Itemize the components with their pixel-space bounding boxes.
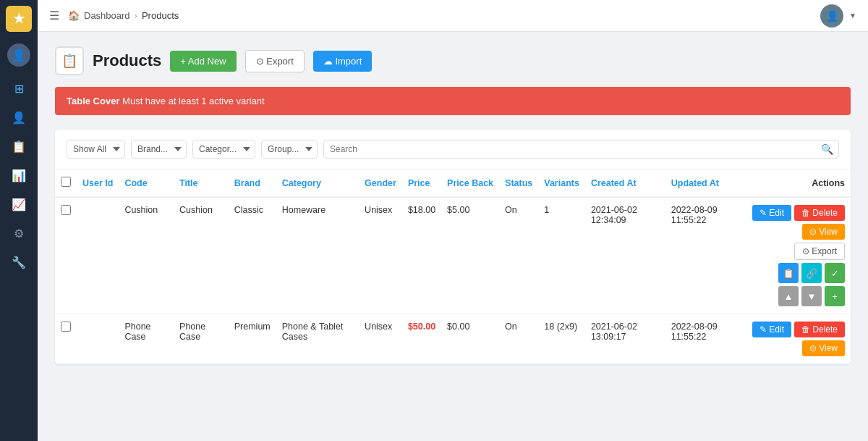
search-icon[interactable]: 🔍 [821,143,833,155]
cell-price: $50.00 [402,314,441,364]
cell-title: Phone Case [174,314,229,364]
table-row: Cushion Cushion Classic Homeware Unisex … [55,197,851,314]
col-updated-at: Updated At [665,169,746,198]
action-row-5: ▲ ▼ + [778,286,845,306]
category-filter[interactable]: Categor... [192,140,255,159]
page-header: 📋 Products + Add New ⊙ Export ☁ Import [55,46,851,75]
check-button[interactable]: ✓ [825,263,845,283]
col-status: Status [499,169,538,198]
group-filter[interactable]: Group... [261,140,318,159]
export-row-button[interactable]: ⊙ Export [794,243,845,260]
cell-gender: Unisex [359,314,402,364]
alert-message: Must have at least 1 active variant [122,96,265,106]
sidebar-item-tools[interactable]: 🔧 [6,249,32,275]
alert-banner: Table Cover Must have at least 1 active … [55,87,851,115]
brand-filter[interactable]: Brand... [131,140,187,159]
delete-button[interactable]: 🗑 Delete [794,322,845,337]
sidebar: ★ 👤 ⊞ 👤 📋 📊 📈 ⚙ 🔧 [0,0,38,441]
row-checkbox[interactable] [61,205,71,215]
cell-created-at: 2021-06-02 13:09:17 [585,314,665,364]
sidebar-item-dashboard[interactable]: ⊞ [6,75,32,101]
row-checkbox-cell [55,314,77,364]
sidebar-item-settings[interactable]: ⚙ [6,220,32,246]
cell-actions: ✎ Edit 🗑 Delete ⊙ View [746,314,851,364]
cell-status: On [499,314,538,364]
breadcrumb-icon: 🏠 [68,10,80,21]
cell-price-back: $0.00 [441,314,499,364]
copy-button[interactable]: 📋 [778,263,799,283]
col-category: Category [276,169,359,198]
topbar: ☰ 🏠 Dashboard › Products 👤 ▼ [38,0,868,32]
breadcrumb-home[interactable]: Dashboard [84,10,130,21]
edit-button[interactable]: ✎ Edit [752,205,791,221]
cell-category: Phone & Tablet Cases [276,314,359,364]
sidebar-item-users[interactable]: 👤 [6,104,32,130]
export-button[interactable]: ⊙ Export [245,50,305,72]
action-row-1: ✎ Edit 🗑 Delete [752,322,845,337]
col-user-id: User Id [77,169,119,198]
col-checkbox [55,169,77,198]
sidebar-item-documents[interactable]: 📋 [6,133,32,159]
show-all-filter[interactable]: Show All [67,140,125,159]
col-created-at: Created At [585,169,665,198]
move-up-button[interactable]: ▲ [778,286,799,306]
col-gender: Gender [359,169,402,198]
sidebar-item-reports[interactable]: 📈 [6,191,32,217]
search-wrapper: 🔍 [323,140,839,159]
user-avatar-top[interactable]: 👤 [820,4,843,28]
cell-user-id [77,197,119,314]
cell-variants: 1 [538,197,585,314]
action-row-3: ⊙ Export [794,243,845,260]
topbar-right: 👤 ▼ [820,4,856,28]
user-dropdown-caret[interactable]: ▼ [849,12,856,20]
move-down-button[interactable]: ▼ [801,286,822,306]
sidebar-user-avatar[interactable]: 👤 [7,43,30,67]
col-price-back: Price Back [441,169,499,198]
import-button[interactable]: ☁ Import [313,51,372,72]
cell-status: On [499,197,538,314]
add-variant-button[interactable]: + [825,286,845,306]
col-actions: Actions [746,169,851,198]
cell-price-back: $5.00 [441,197,499,314]
page-title: Products [93,51,161,70]
breadcrumb-separator: › [135,10,137,21]
view-button[interactable]: ⊙ View [802,224,845,240]
alert-title: Table Cover [67,96,119,106]
row-checkbox-cell [55,197,77,314]
filter-bar: Show All Brand... Categor... Group... 🔍 [55,130,851,169]
cell-gender: Unisex [359,197,402,314]
products-table: User Id Code Title Brand Category Gender… [55,169,851,364]
edit-button[interactable]: ✎ Edit [752,322,791,337]
link-button[interactable]: 🔗 [801,263,822,283]
col-brand: Brand [229,169,276,198]
add-new-button[interactable]: + Add New [170,51,236,72]
cell-brand: Classic [229,197,276,314]
sidebar-item-charts[interactable]: 📊 [6,162,32,188]
app-logo: ★ [6,6,32,32]
col-title: Title [174,169,229,198]
content-area: 📋 Products + Add New ⊙ Export ☁ Import T… [38,32,868,441]
menu-icon[interactable]: ☰ [49,9,59,22]
page-icon: 📋 [55,46,84,75]
cell-brand: Premium [229,314,276,364]
breadcrumb-current: Products [142,10,179,21]
main-area: ☰ 🏠 Dashboard › Products 👤 ▼ 📋 Products … [38,0,868,441]
action-row-2: ⊙ View [802,224,845,240]
action-row-4: 📋 🔗 ✓ [778,263,845,283]
cell-created-at: 2021-06-02 12:34:09 [585,197,665,314]
search-input[interactable] [323,140,839,159]
cell-variants: 18 (2x9) [538,314,585,364]
cell-code: Cushion [119,197,174,314]
view-button[interactable]: ⊙ View [802,340,845,356]
select-all-checkbox[interactable] [61,177,71,187]
products-table-wrapper: User Id Code Title Brand Category Gender… [55,169,851,364]
cell-actions: ✎ Edit 🗑 Delete ⊙ View ⊙ Export [746,197,851,314]
row-checkbox[interactable] [61,322,71,332]
cell-price: $18.00 [402,197,441,314]
col-price: Price [402,169,441,198]
col-code: Code [119,169,174,198]
delete-button[interactable]: 🗑 Delete [794,205,845,221]
cell-category: Homeware [276,197,359,314]
table-row: Phone Case Phone Case Premium Phone & Ta… [55,314,851,364]
breadcrumb: 🏠 Dashboard › Products [68,10,179,21]
